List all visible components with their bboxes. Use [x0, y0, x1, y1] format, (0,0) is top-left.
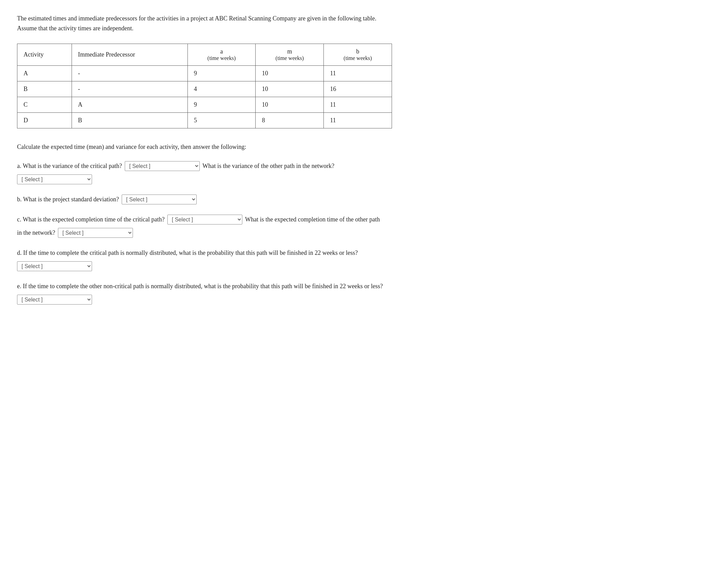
header-m: m (time weeks) [256, 44, 324, 65]
question-a-line1: a. What is the variance of the critical … [17, 161, 460, 171]
activity-table: Activity Immediate Predecessor a (time w… [17, 44, 392, 128]
cell-predecessor-0: - [72, 65, 187, 81]
cell-m-1: 10 [256, 81, 324, 97]
question-d-line1: d. If the time to complete the critical … [17, 248, 460, 258]
cell-activity-3: D [17, 112, 72, 128]
question-c-text1: c. What is the expected completion time … [17, 215, 165, 225]
question-c-text3: in the network? [17, 229, 55, 236]
question-c-text2: What is the expected completion time of … [245, 215, 380, 225]
question-b: b. What is the project standard deviatio… [17, 195, 460, 204]
question-d-select-line: [ Select ] [17, 261, 460, 271]
question-c: c. What is the expected completion time … [17, 215, 460, 238]
select-c-completion-other[interactable]: [ Select ] [58, 228, 133, 238]
question-c-line1: c. What is the expected completion time … [17, 215, 460, 225]
cell-activity-2: C [17, 97, 72, 112]
question-d-text: d. If the time to complete the critical … [17, 248, 358, 258]
question-d: d. If the time to complete the critical … [17, 248, 460, 271]
cell-a-2: 9 [187, 97, 256, 112]
cell-a-3: 5 [187, 112, 256, 128]
select-a-variance-other[interactable]: [ Select ] [17, 174, 92, 184]
cell-predecessor-1: - [72, 81, 187, 97]
select-c-completion-critical[interactable]: [ Select ] [167, 215, 242, 225]
select-b-std-dev[interactable]: [ Select ] [122, 195, 197, 204]
table-row: CA91011 [17, 97, 392, 112]
question-e: e. If the time to complete the other non… [17, 281, 460, 305]
cell-a-1: 4 [187, 81, 256, 97]
table-row: B-41016 [17, 81, 392, 97]
question-a-text1: a. What is the variance of the critical … [17, 161, 122, 171]
cell-m-2: 10 [256, 97, 324, 112]
header-predecessor: Immediate Predecessor [72, 44, 187, 65]
cell-activity-0: A [17, 65, 72, 81]
question-a-text2: What is the variance of the other path i… [202, 161, 334, 171]
select-d-probability[interactable]: [ Select ] [17, 261, 92, 271]
header-activity: Activity [17, 44, 72, 65]
header-a: a (time weeks) [187, 44, 256, 65]
cell-b-2: 11 [324, 97, 392, 112]
question-c-line2: in the network? [ Select ] [17, 228, 460, 238]
question-a: a. What is the variance of the critical … [17, 161, 460, 184]
intro-paragraph: The estimated times and immediate predec… [17, 14, 460, 33]
table-row: DB5811 [17, 112, 392, 128]
question-e-text: e. If the time to complete the other non… [17, 281, 383, 291]
cell-activity-1: B [17, 81, 72, 97]
cell-b-1: 16 [324, 81, 392, 97]
calc-instructions: Calculate the expected time (mean) and v… [17, 142, 460, 152]
question-a-line2: [ Select ] [17, 174, 460, 184]
cell-b-3: 11 [324, 112, 392, 128]
cell-predecessor-3: B [72, 112, 187, 128]
intro-line2: Assume that the activity times are indep… [17, 24, 460, 33]
question-b-line1: b. What is the project standard deviatio… [17, 195, 460, 204]
select-e-probability[interactable]: [ Select ] [17, 295, 92, 305]
question-b-text: b. What is the project standard deviatio… [17, 195, 119, 204]
header-b: b (time weeks) [324, 44, 392, 65]
cell-b-0: 11 [324, 65, 392, 81]
question-e-line1: e. If the time to complete the other non… [17, 281, 460, 291]
question-e-select-line: [ Select ] [17, 295, 460, 305]
intro-line1: The estimated times and immediate predec… [17, 14, 460, 24]
table-row: A-91011 [17, 65, 392, 81]
cell-m-3: 8 [256, 112, 324, 128]
cell-m-0: 10 [256, 65, 324, 81]
cell-predecessor-2: A [72, 97, 187, 112]
cell-a-0: 9 [187, 65, 256, 81]
select-a-variance-critical[interactable]: [ Select ] [125, 161, 200, 171]
